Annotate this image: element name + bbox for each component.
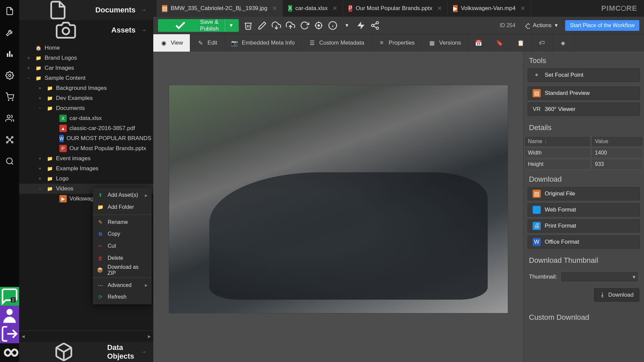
- expand-icon[interactable]: ＋: [37, 95, 43, 101]
- tab-car-data[interactable]: Xcar-data.xlsx✕: [283, 0, 343, 17]
- ctx-rename[interactable]: ✎Rename: [93, 215, 152, 228]
- tab-bmw-image[interactable]: ▨BMW_335_Cabriolet-2C_Bj._1939.jpg✕: [157, 0, 283, 17]
- value-col[interactable]: Value: [591, 136, 643, 147]
- ctx-refresh[interactable]: ⟳Refresh: [93, 291, 152, 303]
- ctx-delete[interactable]: 🗑Delete: [93, 252, 152, 264]
- tab-versions[interactable]: ▦Versions: [422, 34, 468, 52]
- close-icon[interactable]: ✕: [272, 5, 277, 12]
- tree-item[interactable]: ＋📁Background Images: [19, 83, 153, 93]
- ctx-zip[interactable]: 📦Download as ZIP: [93, 264, 152, 276]
- cloud-download-icon[interactable]: [272, 21, 281, 30]
- ctx-cut[interactable]: ✂Cut: [93, 240, 152, 252]
- search-icon[interactable]: [5, 157, 14, 166]
- info-icon[interactable]: [328, 21, 337, 30]
- documents-header[interactable]: Documents →: [19, 0, 153, 20]
- workflow-button[interactable]: Start Place of the Workflow: [565, 20, 639, 31]
- tab-properties[interactable]: ≡Properties: [371, 34, 422, 52]
- ctx-add-assets[interactable]: ⬆Add Asset(s)▸: [93, 189, 152, 201]
- scroll-left-icon[interactable]: ◂: [19, 333, 27, 340]
- expand-icon[interactable]: ＋: [37, 85, 43, 91]
- flash-icon[interactable]: [356, 21, 366, 30]
- gear-icon[interactable]: [5, 71, 14, 80]
- wrench-icon[interactable]: [5, 28, 14, 37]
- close-icon[interactable]: ✕: [332, 5, 337, 12]
- tree-item[interactable]: ＋📁Car Images: [19, 63, 153, 73]
- cart-icon[interactable]: [5, 93, 14, 101]
- image-viewer[interactable]: [153, 52, 523, 362]
- tab-bookmark[interactable]: 🔖: [489, 34, 511, 52]
- close-icon[interactable]: ✕: [520, 5, 525, 12]
- ctx-advanced[interactable]: ⋯Advanced▸: [93, 278, 152, 291]
- download-button[interactable]: ⭳Download: [594, 288, 639, 302]
- infinity-icon[interactable]: [0, 343, 19, 362]
- tab-notes[interactable]: 📋: [511, 34, 532, 52]
- inspector-panel: Tools ⌖Set Focal Point ▨Standard Preview…: [523, 52, 644, 362]
- set-focal-point-button[interactable]: ⌖Set Focal Point: [528, 68, 640, 82]
- tab-view[interactable]: ◉View: [153, 34, 190, 52]
- assets-header[interactable]: Assets →: [19, 20, 153, 40]
- ctx-copy[interactable]: ⧉Copy: [93, 228, 152, 240]
- expand-icon[interactable]: ＋: [37, 156, 43, 162]
- download-print-button[interactable]: 🖨Print Format: [528, 219, 640, 233]
- tab-brands-ppt[interactable]: POur Most Popular Brands.pptx✕: [343, 0, 448, 17]
- actions-dropdown[interactable]: Actions▾: [520, 22, 561, 29]
- tree-item[interactable]: ＋📁Logo: [19, 174, 153, 184]
- tab-vw-video[interactable]: ▶Volkswagen-Van.mp4✕: [448, 0, 531, 17]
- target-icon[interactable]: [314, 21, 323, 30]
- chat-button[interactable]: 2: [0, 287, 19, 306]
- close-icon[interactable]: ✕: [437, 5, 442, 12]
- tree-item[interactable]: －📁Documents: [19, 103, 153, 113]
- calendar-icon: 📅: [475, 39, 482, 47]
- tree-item[interactable]: ＋📁Example Images: [19, 164, 153, 174]
- expand-icon[interactable]: ＋: [37, 166, 43, 172]
- tab-workflow[interactable]: ◈: [553, 34, 574, 52]
- details-table: Name↓Value Width1400 Height933: [524, 135, 644, 170]
- chart-icon[interactable]: [5, 50, 14, 58]
- collapse-icon[interactable]: －: [37, 186, 43, 192]
- people-icon[interactable]: [5, 114, 14, 123]
- chevron-down-icon[interactable]: ▾: [342, 21, 352, 30]
- name-col[interactable]: Name↓: [524, 136, 591, 147]
- thumbnail-select[interactable]: ▾: [560, 272, 639, 282]
- edit-button[interactable]: [258, 21, 267, 30]
- nodes-icon[interactable]: [5, 135, 14, 144]
- viewer-360-button[interactable]: VR360° Viewer: [528, 103, 640, 116]
- tab-custom-meta[interactable]: ☰Custom Metadata: [302, 34, 371, 52]
- tree-file[interactable]: ▲classic-car-2016-3857.pdf: [19, 123, 153, 133]
- collapse-icon[interactable]: －: [37, 105, 43, 111]
- svg-line-17: [11, 163, 13, 165]
- logout-button[interactable]: [0, 324, 19, 343]
- download-web-button[interactable]: 🌐Web Format: [528, 203, 640, 217]
- expand-icon[interactable]: ＋: [25, 65, 32, 71]
- download-office-button[interactable]: WOffice Format: [528, 235, 640, 249]
- tab-tags[interactable]: 🏷: [532, 34, 553, 52]
- copy-icon: ⧉: [97, 231, 104, 237]
- download-original-button[interactable]: ▨Original File: [528, 187, 640, 200]
- tree-file[interactable]: WOUR MOST POPULAR BRANDS: [19, 133, 153, 143]
- tree-item[interactable]: ＋📁Brand Logos: [19, 53, 153, 63]
- user-button[interactable]: [0, 306, 19, 324]
- standard-preview-button[interactable]: ▨Standard Preview: [528, 86, 640, 100]
- scroll-right-icon[interactable]: ▸: [145, 333, 153, 340]
- collapse-icon[interactable]: －: [25, 75, 32, 81]
- cloud-upload-icon[interactable]: [286, 21, 295, 30]
- share-icon[interactable]: [370, 21, 380, 30]
- reload-icon[interactable]: [300, 21, 309, 30]
- tree-item[interactable]: ＋📁Event images: [19, 154, 153, 164]
- data-objects-header[interactable]: Data Objects →: [19, 342, 153, 362]
- expand-icon[interactable]: ＋: [37, 176, 43, 182]
- delete-button[interactable]: [244, 21, 253, 30]
- tree-home[interactable]: 🏠Home: [19, 43, 153, 53]
- ctx-add-folder[interactable]: 📁Add Folder: [93, 201, 152, 213]
- tree-file[interactable]: Xcar-data.xlsx: [19, 113, 153, 123]
- file-icon[interactable]: [5, 7, 14, 15]
- save-publish-button[interactable]: Save & Publish ▾: [158, 19, 239, 32]
- tab-edit[interactable]: ✎Edit: [190, 34, 224, 52]
- tab-meta[interactable]: 📷Embedded Meta Info: [224, 34, 302, 52]
- expand-icon[interactable]: ＋: [25, 55, 32, 61]
- tree-item[interactable]: －📁Sample Content: [19, 73, 153, 83]
- tab-schedule[interactable]: 📅: [468, 34, 489, 52]
- tree-item[interactable]: ＋📁Dev Examples: [19, 93, 153, 103]
- save-dropdown[interactable]: ▾: [225, 19, 233, 32]
- tree-file[interactable]: POur Most Popular Brands.pptx: [19, 143, 153, 154]
